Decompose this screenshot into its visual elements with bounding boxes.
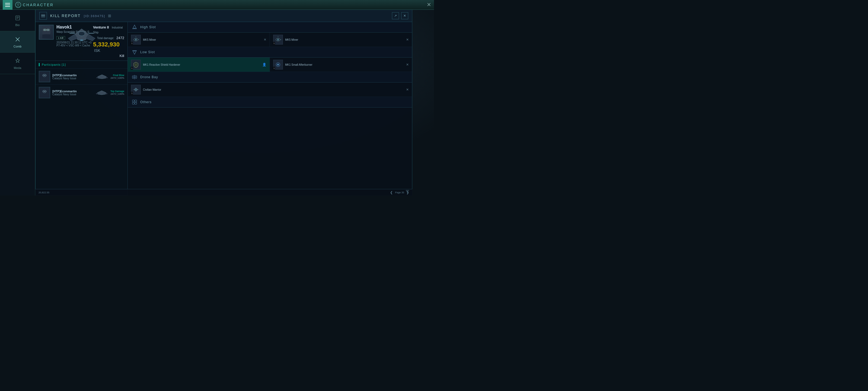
drone-bay-items: 1 Civilian Warrior ✕ — [128, 83, 412, 97]
high-slot-items: 1 MK5 Miner ✕ — [128, 33, 412, 47]
svg-rect-16 — [69, 33, 75, 34]
main-menu-button[interactable] — [3, 0, 12, 10]
high-slot-item-1-close[interactable]: ✕ — [264, 38, 267, 41]
drone-bay-section: Drone Bay — [128, 72, 412, 97]
page-bottom-bar: 20,822.55 ❮ Page 35 ❯ — [35, 189, 412, 196]
high-slot-item-2-close[interactable]: ✕ — [406, 38, 409, 41]
participant-stats-2: Top Damage 2472 | 100% — [111, 90, 124, 95]
mk5-miner-icon-2: 1 — [273, 35, 283, 45]
svg-rect-47 — [133, 77, 136, 78]
high-slot-item-2-qty: 1 — [273, 42, 275, 45]
bottom-value: 20,822.55 — [38, 191, 50, 194]
sidebar-item-medals[interactable]: Meda — [0, 53, 35, 74]
participant-ship-icon-2 — [95, 90, 108, 95]
high-slot-item-2[interactable]: 1 MK5 Miner ✕ — [270, 33, 412, 47]
svg-rect-17 — [88, 33, 94, 34]
svg-point-21 — [42, 74, 46, 77]
participant-row-2[interactable]: [HTP]Econmartin Catalyst Navy Issue Top … — [35, 84, 127, 101]
participant-ship-icon-1 — [95, 74, 108, 79]
slots-panel: High Slot 1 — [128, 22, 412, 196]
sidebar-label-medals: Meda — [14, 66, 22, 69]
close-report-button[interactable]: ✕ — [401, 12, 408, 19]
victim-header: Havok1 Warp Scramble Strength: 0 1 Kill … — [35, 22, 127, 61]
drone-bay-icon — [131, 74, 137, 80]
app-close-button[interactable]: ✕ — [427, 1, 431, 8]
sidebar-label-combat: Comb — [13, 45, 22, 48]
kill-report-header: KILL REPORT [ID:369475] ⊞ ↗ ✕ — [35, 10, 412, 22]
svg-rect-56 — [132, 102, 134, 104]
low-slot-icon — [131, 49, 137, 55]
kill-report-actions: ↗ ✕ — [392, 12, 408, 19]
drone-bay-label: Drone Bay — [140, 75, 158, 79]
svg-point-0 — [18, 3, 19, 5]
kill-report-panel: KILL REPORT [ID:369475] ⊞ ↗ ✕ — [35, 10, 412, 196]
sidebar-item-bio[interactable]: Bio — [0, 10, 35, 31]
high-slot-item-1[interactable]: 1 MK5 Miner ✕ — [128, 33, 270, 47]
others-header: Others — [128, 97, 412, 108]
low-slot-header: Low Slot — [128, 47, 412, 58]
svg-point-37 — [277, 39, 279, 40]
left-panel: Havok1 Warp Scramble Strength: 0 1 Kill … — [35, 22, 128, 196]
svg-rect-57 — [135, 102, 137, 104]
low-slot-item-2-name: MK1 Small Afterburner — [285, 63, 404, 66]
high-slot-label: High Slot — [140, 25, 156, 29]
prev-page-button[interactable]: ❮ — [390, 191, 393, 194]
participant-name-2: [HTP]Econmartin — [52, 90, 93, 93]
participant-stats-1: Final Blow 2472 | 100% — [111, 74, 124, 79]
participants-tab[interactable]: Participants [1] — [39, 63, 66, 66]
character-icon — [15, 2, 21, 8]
sidebar-item-combat[interactable]: Comb — [0, 31, 35, 53]
kill-report-menu-button[interactable] — [39, 12, 47, 20]
kill-report-content: Havok1 Warp Scramble Strength: 0 1 Kill … — [35, 22, 412, 196]
low-slot-item-2-qty: 1 — [273, 67, 275, 70]
svg-point-18 — [80, 39, 83, 41]
drone-bay-item-1-qty: 1 — [131, 92, 133, 95]
low-slot-item-2[interactable]: 1 MK1 Small Afterburner ✕ — [270, 58, 412, 72]
low-slot-item-1-name: MK1 Reactive Shield Hardener — [143, 63, 260, 66]
participant-ship-2: Catalyst Navy Issue — [52, 93, 93, 96]
character-title: CHARACTER — [23, 3, 54, 7]
low-slot-item-1[interactable]: 1 MK1 Reactive Shield Hardener 👤 — [128, 58, 270, 72]
svg-point-10 — [47, 29, 49, 31]
svg-rect-54 — [132, 100, 134, 102]
svg-point-9 — [44, 29, 45, 31]
drone-bay-item-1[interactable]: 1 Civilian Warrior ✕ — [128, 83, 412, 97]
low-slot-section: Low Slot 1 — [128, 47, 412, 72]
high-slot-header: High Slot — [128, 22, 412, 33]
participant-name-1: [HTP]Econmartin — [52, 74, 93, 77]
medal-icon — [14, 57, 22, 65]
kill-report-id: [ID:369475] — [84, 15, 105, 18]
participant-avatar-1 — [39, 71, 50, 82]
combat-icon — [14, 35, 22, 43]
low-slot-item-2-close[interactable]: ✕ — [406, 63, 409, 66]
victim-avatar — [39, 25, 54, 40]
character-nav: CHARACTER — [15, 2, 54, 8]
kill-report-title: KILL REPORT [ID:369475] ⊞ — [50, 13, 112, 18]
others-icon — [131, 99, 137, 105]
svg-point-26 — [42, 90, 46, 93]
page-label: Page 35 — [395, 191, 404, 194]
high-slot-item-1-qty: 1 — [131, 42, 133, 45]
sidebar-label-bio: Bio — [16, 23, 20, 27]
filter-button[interactable] — [405, 189, 410, 194]
low-slot-item-1-qty: 1 — [131, 67, 133, 70]
others-label: Others — [140, 100, 152, 104]
low-slot-item-1-person: 👤 — [262, 63, 267, 66]
export-button[interactable]: ↗ — [392, 12, 399, 19]
afterburner-icon: 1 — [273, 60, 283, 69]
mk5-miner-icon-1: 1 — [131, 35, 141, 45]
high-slot-icon — [131, 24, 137, 30]
participant-avatar-2 — [39, 87, 50, 98]
svg-point-15 — [79, 31, 85, 36]
high-slot-item-1-name: MK5 Miner — [143, 38, 261, 41]
copy-icon: ⊞ — [108, 13, 112, 18]
drone-bay-item-1-close[interactable]: ✕ — [406, 88, 409, 91]
civilian-warrior-icon: 1 — [131, 85, 141, 94]
top-bar: CHARACTER ✕ — [0, 0, 434, 10]
participant-info-1: [HTP]Econmartin Catalyst Navy Issue — [52, 74, 93, 80]
participant-ship-1: Catalyst Navy Issue — [52, 77, 93, 80]
participant-row[interactable]: [HTP]Econmartin Catalyst Navy Issue Fina… — [35, 68, 127, 84]
participants-section: Participants [1] — [35, 61, 127, 196]
svg-marker-7 — [16, 59, 20, 62]
high-slot-item-2-name: MK5 Miner — [285, 38, 404, 41]
